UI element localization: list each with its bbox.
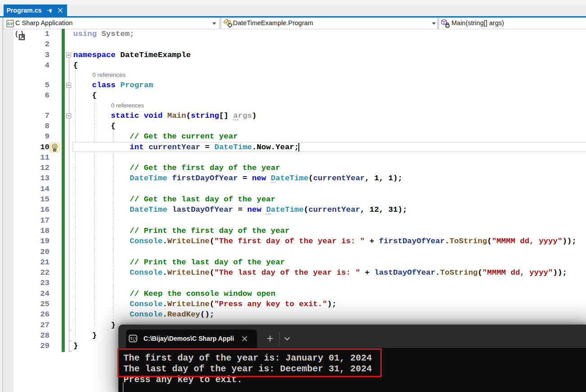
svg-text:C#: C#	[7, 21, 13, 26]
svg-text:C:\: C:\	[131, 336, 136, 340]
